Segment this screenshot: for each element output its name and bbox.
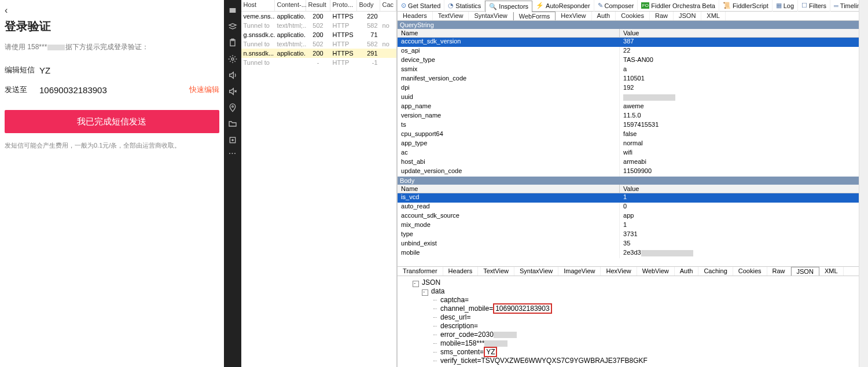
req-tab-raw[interactable]: Raw <box>650 12 674 20</box>
sms-content-value: YZ <box>39 65 219 75</box>
session-row[interactable]: Tunnel totext/html;...502HTTP582no <box>241 39 397 49</box>
json-leaf[interactable]: error_code=2030 <box>431 331 865 339</box>
kv-row[interactable]: account_sdk_sourceapp <box>398 212 868 221</box>
resp-tab-transformer[interactable]: Transformer <box>398 267 443 276</box>
kv-row[interactable]: unbind_exist35 <box>398 240 868 249</box>
kv-row[interactable]: ssmixa <box>398 65 868 75</box>
kv-row[interactable]: app_typenormal <box>398 140 868 149</box>
col-protocol[interactable]: Proto... <box>330 0 357 11</box>
sessions-list: Host Content-... Result Proto... Body Ca… <box>241 0 398 367</box>
req-tab-textview[interactable]: TextView <box>433 12 469 20</box>
json-leaf[interactable]: description= <box>431 322 865 331</box>
resp-tab-json[interactable]: JSON <box>791 267 819 276</box>
sms-verify-panel: ‹ 登录验证 请使用 158***据下方提示完成登录验证： 编辑短信 YZ 发送… <box>0 0 224 367</box>
send-to-value: 10690032183903 <box>39 85 189 95</box>
resp-tab-auth[interactable]: Auth <box>675 267 699 276</box>
req-tab-auth[interactable]: Auth <box>592 12 616 20</box>
tab-log[interactable]: ▦Log <box>773 0 798 12</box>
body-col-name[interactable]: Name <box>398 185 620 193</box>
resp-tab-headers[interactable]: Headers <box>443 267 479 276</box>
tab-inspectors[interactable]: 🔍Inspectors <box>485 1 532 12</box>
sms-content-label: 编辑短信 <box>5 65 39 75</box>
col-body[interactable]: Body <box>357 0 380 11</box>
kv-row[interactable]: type3731 <box>398 230 868 240</box>
confirm-sent-button[interactable]: 我已完成短信发送 <box>5 110 219 133</box>
session-row[interactable]: Tunnel to-HTTP-1 <box>241 58 397 67</box>
clipboard-icon[interactable] <box>224 35 241 51</box>
kv-row[interactable]: os_api22 <box>398 47 868 56</box>
tab-autoresponder[interactable]: ⚡AutoResponder <box>532 0 594 12</box>
req-tab-json[interactable]: JSON <box>674 12 701 20</box>
kv-row[interactable]: account_sdk_version387 <box>398 38 868 47</box>
tab-fiddlerscript[interactable]: 📜FiddlerScript <box>719 0 773 12</box>
export-icon[interactable] <box>224 132 241 148</box>
layers-icon[interactable] <box>224 19 241 35</box>
back-icon[interactable]: ‹ <box>5 6 219 15</box>
req-tab-xml[interactable]: XML <box>701 12 726 20</box>
json-leaf[interactable]: channel_mobile=10690032183903 <box>431 304 865 313</box>
resp-tab-xml[interactable]: XML <box>819 267 844 276</box>
qs-col-value[interactable]: Value <box>620 29 868 37</box>
resp-tab-raw[interactable]: Raw <box>767 267 791 276</box>
resp-tab-imageview[interactable]: ImageView <box>558 267 601 276</box>
json-data-node[interactable]: data captcha=channel_mobile=106900321839… <box>422 287 865 365</box>
resp-tab-webview[interactable]: WebView <box>637 267 675 276</box>
resp-tab-cookies[interactable]: Cookies <box>733 267 767 276</box>
kv-row[interactable]: mix_mode1 <box>398 221 868 230</box>
session-row[interactable]: veme.sns...applicatio...200HTTPS220 <box>241 12 397 21</box>
resp-tab-syntaxview[interactable]: SyntaxView <box>514 267 558 276</box>
resp-tab-caching[interactable]: Caching <box>698 267 733 276</box>
kv-row[interactable]: dpi192 <box>398 84 868 93</box>
kv-row[interactable]: auto_read0 <box>398 203 868 212</box>
resp-tab-hexview[interactable]: HexView <box>601 267 637 276</box>
json-root[interactable]: JSON data captcha=channel_mobile=1069003… <box>413 278 865 367</box>
kv-row[interactable]: cpu_support64false <box>398 130 868 140</box>
tab-statistics[interactable]: ◔Statistics <box>444 0 485 12</box>
kv-row[interactable]: is_vcd1 <box>398 193 868 203</box>
req-tab-cookies[interactable]: Cookies <box>616 12 650 20</box>
body-col-value[interactable]: Value <box>620 185 868 193</box>
json-leaf[interactable]: verify_ticket=TSVQVXZWE6WWYQXS7C9YGWBRAJ… <box>431 357 865 365</box>
json-tree[interactable]: JSON data captcha=channel_mobile=1069003… <box>398 276 868 367</box>
kv-row[interactable]: ts1597415531 <box>398 121 868 130</box>
tab-get-started[interactable]: ⊙Get Started <box>398 0 444 12</box>
req-tab-webforms[interactable]: WebForms <box>513 12 556 20</box>
location-icon[interactable] <box>224 100 241 116</box>
req-tab-hexview[interactable]: HexView <box>556 12 591 20</box>
masked-phone-icon <box>47 45 65 50</box>
kv-row[interactable]: mobile2e3d3 <box>398 249 868 258</box>
kv-row[interactable]: manifest_version_code110501 <box>398 75 868 84</box>
svg-point-4 <box>231 106 233 108</box>
json-leaf[interactable]: sms_content=YZ <box>431 348 865 357</box>
resp-tab-textview[interactable]: TextView <box>478 267 514 276</box>
gear-icon[interactable] <box>224 51 241 67</box>
sound-icon[interactable] <box>224 67 241 83</box>
tab-fiddler-orchestra-beta[interactable]: FOFiddler Orchestra Beta <box>638 0 719 12</box>
kv-row[interactable]: update_version_code11509900 <box>398 167 868 177</box>
kv-row[interactable]: app_nameaweme <box>398 102 868 112</box>
req-tab-headers[interactable]: Headers <box>398 12 433 20</box>
folder-icon[interactable] <box>224 116 241 132</box>
kv-row[interactable]: version_name11.5.0 <box>398 112 868 121</box>
scrollbar[interactable] <box>859 0 868 367</box>
session-row[interactable]: n.snssdk...applicatio...200HTTPS291 <box>241 49 397 58</box>
session-row[interactable]: Tunnel totext/html;...502HTTP582no <box>241 21 397 30</box>
session-row[interactable]: g.snssdk.c...applicatio...200HTTPS71 <box>241 30 397 39</box>
col-host[interactable]: Host <box>241 0 275 11</box>
tab-filters[interactable]: ☐Filters <box>798 0 830 12</box>
col-cache[interactable]: Cac <box>380 0 397 11</box>
box-icon[interactable] <box>224 2 241 19</box>
kv-row[interactable]: uuid <box>398 93 868 102</box>
col-result[interactable]: Result <box>306 0 330 11</box>
json-leaf[interactable]: desc_url= <box>431 313 865 322</box>
kv-row[interactable]: acwifi <box>398 149 868 158</box>
kv-row[interactable]: host_abiarmeabi <box>398 158 868 167</box>
col-content[interactable]: Content-... <box>275 0 306 11</box>
qs-col-name[interactable]: Name <box>398 29 620 37</box>
tab-composer[interactable]: ✎Composer <box>594 0 638 12</box>
mute-icon[interactable] <box>224 83 241 100</box>
req-tab-syntaxview[interactable]: SyntaxView <box>469 12 513 20</box>
more-icon[interactable]: ··· <box>224 148 241 159</box>
quick-edit-link[interactable]: 快速编辑 <box>189 85 219 95</box>
kv-row[interactable]: device_typeTAS-AN00 <box>398 56 868 65</box>
